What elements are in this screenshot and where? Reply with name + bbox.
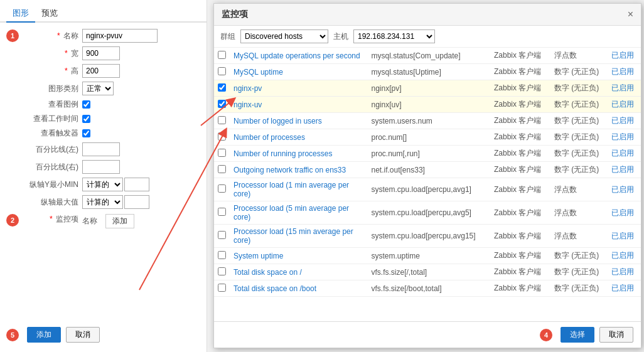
item-key: system.uptime	[368, 248, 490, 264]
item-status: 已启用	[608, 162, 641, 178]
item-key: proc.num[]	[368, 129, 490, 146]
modal-header: 监控项 ×	[214, 4, 641, 26]
item-status: 已启用	[608, 201, 641, 225]
pct-left-row: 百分比线(左)	[6, 142, 200, 156]
item-name[interactable]: MySQL uptime	[230, 64, 368, 80]
item-key: mysql.status[Com_update]	[368, 48, 490, 64]
table-row: Total disk space on /vfs.fs.size[/,total…	[214, 264, 641, 280]
group-select[interactable]: Discovered hosts	[240, 29, 328, 43]
item-value-type: 数字 (无正负)	[550, 80, 608, 97]
item-type: Zabbix 客户端	[490, 64, 550, 80]
item-name[interactable]: nginx-pv	[230, 80, 368, 97]
legend-label: 查看图例	[22, 99, 78, 110]
tab-graphic[interactable]: 图形	[6, 5, 35, 23]
table-row: Processor load (15 min average per core)…	[214, 225, 641, 248]
add-small-button[interactable]: 添加	[105, 214, 134, 228]
modal-cancel-button[interactable]: 取消	[599, 327, 633, 343]
name-input[interactable]	[82, 29, 158, 43]
table-row: Outgoing network traffic on ens33net.if.…	[214, 162, 641, 178]
item-name[interactable]: MySQL update operations per second	[230, 48, 368, 64]
item-value-type: 数字 (无正负)	[550, 264, 608, 280]
pct-left-input[interactable]	[82, 142, 120, 156]
group-label: 群组	[220, 31, 235, 42]
triggers-checkbox[interactable]	[82, 129, 90, 137]
worktime-checkbox[interactable]	[82, 115, 90, 123]
item-status: 已启用	[608, 248, 641, 264]
row-checkbox[interactable]	[218, 51, 226, 59]
ymin-select[interactable]: 计算的	[82, 178, 123, 191]
item-value-type: 数字 (无正负)	[550, 97, 608, 113]
type-row: 图形类别 正常	[6, 82, 200, 95]
row-checkbox[interactable]	[218, 67, 226, 75]
height-input[interactable]	[82, 64, 120, 78]
table-row: Processor load (1 min average per core)s…	[214, 178, 641, 201]
name-label: * 名称	[22, 31, 78, 41]
row-checkbox[interactable]	[218, 83, 226, 92]
table-row: System uptimesystem.uptimeZabbix 客户端数字 (…	[214, 248, 641, 264]
item-key: mysql.status[Uptime]	[368, 64, 490, 80]
modal-table-container: MySQL update operations per secondmysql.…	[214, 48, 641, 321]
row-checkbox[interactable]	[218, 284, 226, 292]
item-type: Zabbix 客户端	[490, 113, 550, 129]
monitor-row: 2 * 监控项 名称 添加	[6, 214, 200, 228]
row-checkbox[interactable]	[218, 208, 226, 216]
item-name[interactable]: Outgoing network traffic on ens33	[230, 162, 368, 178]
type-select[interactable]: 正常	[82, 82, 114, 95]
item-name[interactable]: Number of running processes	[230, 146, 368, 162]
item-status: 已启用	[608, 97, 641, 113]
item-name[interactable]: Processor load (15 min average per core)	[230, 225, 368, 248]
item-status: 已启用	[608, 64, 641, 80]
item-name[interactable]: Processor load (1 min average per core)	[230, 178, 368, 201]
badge-2: 2	[6, 214, 19, 227]
legend-checkbox[interactable]	[82, 100, 90, 109]
modal-close-button[interactable]: ×	[628, 9, 633, 20]
pct-right-label: 百分比线(右)	[22, 162, 78, 173]
item-value-type: 数字 (无正负)	[550, 248, 608, 264]
item-name[interactable]: Processor load (5 min average per core)	[230, 201, 368, 225]
item-name[interactable]: nginx-uv	[230, 97, 368, 113]
host-select[interactable]: 192.168.234.131	[353, 29, 435, 43]
legend-row: 查看图例	[6, 99, 200, 110]
item-status: 已启用	[608, 178, 641, 201]
width-input[interactable]	[82, 46, 120, 60]
item-name[interactable]: Total disk space on /boot	[230, 280, 368, 297]
item-value-type: 浮点数	[550, 48, 608, 64]
ymax-input[interactable]	[124, 195, 149, 209]
item-key: proc.num[,run]	[368, 146, 490, 162]
modal-select-button[interactable]: 选择	[561, 327, 594, 343]
row-checkbox[interactable]	[218, 165, 226, 173]
item-status: 已启用	[608, 80, 641, 97]
row-checkbox[interactable]	[218, 132, 226, 141]
item-value-type: 数字 (无正负)	[550, 129, 608, 146]
ymin-label: 纵轴Y最小MIN	[22, 179, 78, 190]
pct-right-input[interactable]	[82, 160, 120, 174]
row-checkbox[interactable]	[218, 100, 226, 108]
ymin-input[interactable]	[124, 178, 149, 191]
item-type: Zabbix 客户端	[490, 129, 550, 146]
cancel-button[interactable]: 取消	[66, 327, 100, 343]
row-checkbox[interactable]	[218, 251, 226, 259]
item-name[interactable]: Total disk space on /	[230, 264, 368, 280]
table-row: MySQL update operations per secondmysql.…	[214, 48, 641, 64]
row-checkbox[interactable]	[218, 267, 226, 275]
row-checkbox[interactable]	[218, 231, 226, 239]
type-label: 图形类别	[22, 83, 78, 94]
modal-table: MySQL update operations per secondmysql.…	[214, 48, 641, 297]
item-key: nginx[pv]	[368, 80, 490, 97]
row-checkbox[interactable]	[218, 116, 226, 124]
modal-filters: 群组 Discovered hosts 主机 192.168.234.131	[214, 26, 641, 48]
item-name[interactable]: Number of processes	[230, 129, 368, 146]
table-row: Number of running processesproc.num[,run…	[214, 146, 641, 162]
modal-title: 监控项	[222, 9, 248, 20]
row-checkbox[interactable]	[218, 149, 226, 157]
badge-1: 1	[6, 29, 19, 42]
ymax-select[interactable]: 计算的	[82, 195, 123, 209]
item-key: system.cpu.load[percpu,avg5]	[368, 201, 490, 225]
item-type: Zabbix 客户端	[490, 97, 550, 113]
item-name[interactable]: System uptime	[230, 248, 368, 264]
tab-preview[interactable]: 预览	[35, 5, 64, 21]
left-tabs: 图形 预览	[0, 5, 207, 23]
item-name[interactable]: Number of logged in users	[230, 113, 368, 129]
row-checkbox[interactable]	[218, 184, 226, 193]
add-button[interactable]: 添加	[27, 327, 61, 343]
